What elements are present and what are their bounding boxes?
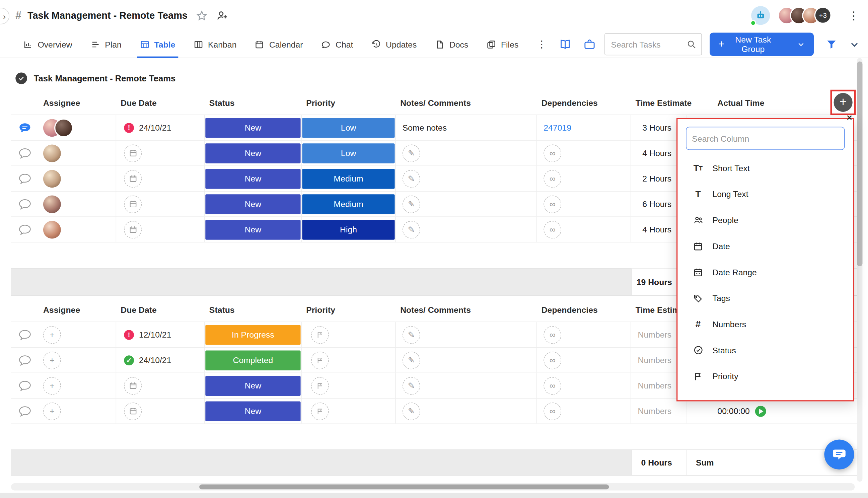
due-date-cell[interactable] bbox=[116, 373, 205, 398]
docs-book-icon[interactable] bbox=[559, 38, 571, 50]
tab-calendar[interactable]: Calendar bbox=[255, 31, 303, 57]
add-dependency-icon[interactable]: ∞ bbox=[543, 195, 561, 213]
status-cell[interactable]: New bbox=[205, 141, 302, 166]
priority-pill[interactable]: Medium bbox=[302, 194, 395, 214]
add-assignee-icon[interactable]: + bbox=[43, 402, 61, 420]
priority-cell[interactable] bbox=[302, 348, 396, 372]
horizontal-scrollbar-thumb[interactable] bbox=[199, 484, 609, 489]
add-dependency-icon[interactable]: ∞ bbox=[543, 170, 561, 187]
comment-icon[interactable] bbox=[18, 379, 32, 393]
priority-pill[interactable]: Medium bbox=[302, 169, 395, 188]
priority-pill[interactable]: Low bbox=[302, 118, 395, 137]
collapse-panel-chevron-icon[interactable] bbox=[849, 39, 860, 50]
vertical-scrollbar-thumb[interactable] bbox=[857, 61, 863, 266]
menu-item-date-range[interactable]: Date Range bbox=[686, 259, 844, 285]
menu-item-numbers[interactable]: # Numbers bbox=[686, 311, 844, 337]
actual-time-cell[interactable]: 00:00:00 bbox=[686, 398, 857, 423]
menu-item-long-text[interactable]: T Long Text bbox=[686, 181, 844, 207]
set-due-date-icon[interactable] bbox=[124, 402, 142, 420]
status-pill[interactable]: New bbox=[205, 143, 300, 163]
dependencies-cell[interactable]: ∞ bbox=[537, 217, 631, 242]
bot-avatar[interactable] bbox=[751, 6, 770, 25]
column-header-status[interactable]: Status bbox=[205, 305, 302, 314]
add-dependency-icon[interactable]: ∞ bbox=[543, 221, 561, 238]
menu-item-short-text[interactable]: TT Short Text bbox=[686, 155, 844, 181]
notes-cell[interactable]: ✎ bbox=[396, 141, 537, 166]
dependencies-cell[interactable]: 247019 bbox=[537, 115, 631, 140]
priority-cell[interactable]: Medium bbox=[302, 192, 396, 217]
column-header-dependencies[interactable]: Dependencies bbox=[537, 98, 631, 107]
set-due-date-icon[interactable] bbox=[124, 221, 142, 238]
set-priority-flag-icon[interactable] bbox=[311, 377, 329, 394]
assignee-cell[interactable] bbox=[39, 115, 116, 140]
close-icon[interactable]: ✕ bbox=[846, 114, 853, 121]
dependencies-cell[interactable]: ∞ bbox=[537, 192, 631, 217]
new-task-group-button[interactable]: + New Task Group bbox=[710, 33, 814, 56]
add-dependency-icon[interactable]: ∞ bbox=[543, 402, 561, 420]
column-header-assignee[interactable]: Assignee bbox=[39, 98, 116, 107]
column-header-notes[interactable]: Notes/ Comments bbox=[396, 98, 537, 107]
sidebar-expand-handle[interactable]: › bbox=[0, 8, 9, 24]
priority-pill[interactable]: High bbox=[302, 219, 395, 239]
priority-cell[interactable]: Low bbox=[302, 115, 396, 140]
notes-cell[interactable]: ✎ bbox=[396, 348, 537, 372]
priority-cell[interactable] bbox=[302, 322, 396, 347]
avatar[interactable] bbox=[43, 170, 61, 187]
status-cell[interactable]: New bbox=[205, 217, 302, 242]
status-cell[interactable]: New bbox=[205, 115, 302, 140]
add-task-empty-row[interactable] bbox=[11, 424, 857, 449]
star-favorite-icon[interactable] bbox=[196, 10, 208, 22]
dependency-link[interactable]: 247019 bbox=[543, 123, 571, 132]
due-date-cell[interactable] bbox=[116, 217, 205, 242]
dependencies-cell[interactable]: ∞ bbox=[537, 398, 631, 423]
set-priority-flag-icon[interactable] bbox=[311, 402, 329, 420]
add-assignee-icon[interactable]: + bbox=[43, 377, 61, 394]
priority-pill[interactable]: Low bbox=[302, 143, 395, 163]
add-note-pencil-icon[interactable]: ✎ bbox=[403, 170, 420, 187]
assignee-cell[interactable] bbox=[39, 141, 116, 166]
status-cell[interactable]: New bbox=[205, 166, 302, 191]
chevron-down-icon[interactable] bbox=[797, 40, 805, 48]
status-pill[interactable]: New bbox=[205, 169, 300, 188]
due-date-cell[interactable] bbox=[116, 166, 205, 191]
menu-item-status[interactable]: Status bbox=[686, 337, 844, 363]
column-header-status[interactable]: Status bbox=[205, 98, 302, 107]
dependencies-cell[interactable]: ∞ bbox=[537, 166, 631, 191]
priority-cell[interactable] bbox=[302, 373, 396, 398]
tab-overview[interactable]: Overview bbox=[23, 31, 72, 57]
add-dependency-icon[interactable]: ∞ bbox=[543, 377, 561, 394]
priority-cell[interactable] bbox=[302, 398, 396, 423]
status-pill[interactable]: Completed bbox=[205, 350, 300, 370]
comment-cell[interactable] bbox=[11, 166, 39, 191]
due-date-cell[interactable]: ! 12/10/21 bbox=[116, 322, 205, 347]
notes-cell[interactable]: Some notes bbox=[396, 115, 537, 140]
comment-cell[interactable] bbox=[11, 348, 39, 372]
column-header-due-date[interactable]: Due Date bbox=[116, 305, 205, 314]
avatar-overflow-badge[interactable]: +3 bbox=[814, 7, 831, 24]
tab-kanban[interactable]: Kanban bbox=[194, 31, 236, 57]
filter-icon[interactable] bbox=[826, 39, 837, 50]
add-assignee-icon[interactable]: + bbox=[43, 326, 61, 344]
due-date-cell[interactable] bbox=[116, 398, 205, 423]
column-header-notes[interactable]: Notes/ Comments bbox=[396, 305, 537, 314]
tab-table[interactable]: Table bbox=[140, 31, 175, 57]
column-header-priority[interactable]: Priority bbox=[302, 305, 396, 314]
add-note-pencil-icon[interactable]: ✎ bbox=[403, 195, 420, 213]
dependencies-cell[interactable]: ∞ bbox=[537, 141, 631, 166]
comment-icon[interactable] bbox=[18, 172, 32, 185]
column-header-priority[interactable]: Priority bbox=[302, 98, 396, 107]
column-header-assignee[interactable]: Assignee bbox=[39, 305, 116, 314]
more-options-icon[interactable]: ⋮ bbox=[848, 10, 859, 21]
search-tasks-input[interactable] bbox=[605, 40, 686, 49]
comment-icon[interactable] bbox=[18, 223, 32, 236]
menu-item-people[interactable]: People bbox=[686, 207, 844, 233]
menu-item-date[interactable]: Date bbox=[686, 233, 844, 259]
tab-chat[interactable]: Chat bbox=[321, 31, 353, 57]
status-pill[interactable]: New bbox=[205, 401, 300, 421]
add-dependency-icon[interactable]: ∞ bbox=[543, 351, 561, 369]
status-pill[interactable]: New bbox=[205, 376, 300, 396]
assignee-cell[interactable]: + bbox=[39, 398, 116, 423]
column-header-dependencies[interactable]: Dependencies bbox=[537, 305, 631, 314]
status-cell[interactable]: New bbox=[205, 192, 302, 217]
add-dependency-icon[interactable]: ∞ bbox=[543, 326, 561, 344]
